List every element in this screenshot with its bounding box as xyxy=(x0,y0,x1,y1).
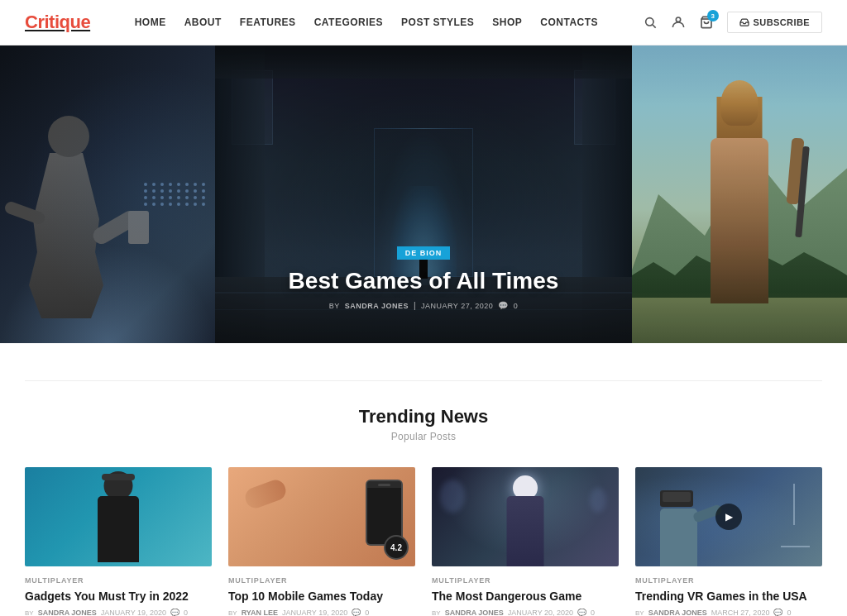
card-1-figure xyxy=(85,471,151,566)
background-bikes xyxy=(781,484,814,533)
nav-about[interactable]: ABOUT xyxy=(184,17,222,28)
trending-header: Trending News Popular Posts xyxy=(25,406,822,442)
energy-2 xyxy=(590,488,606,513)
subscribe-label: SUBSCRIBE xyxy=(754,17,810,27)
phone-notch xyxy=(378,484,390,486)
nav-shop[interactable]: SHOP xyxy=(492,17,522,28)
card-4-author: SANDRA JONES xyxy=(648,609,707,616)
trending-card-4[interactable]: ▶ MULTIPLAYER Trending VR Games in the U… xyxy=(635,467,822,616)
section-divider xyxy=(25,380,822,381)
card-1-image xyxy=(25,467,212,566)
card-1-title: Gadgets You Must Try in 2022 xyxy=(25,589,212,604)
card-3-date: JANUARY 20, 2020 xyxy=(508,609,573,616)
card-3-category: MULTIPLAYER xyxy=(432,576,619,585)
card-2-category: MULTIPLAYER xyxy=(228,576,415,585)
card-3-by: BY xyxy=(432,609,441,616)
nav-post-styles[interactable]: POST STYLES xyxy=(401,17,474,28)
hero-center[interactable]: DE BION Best Games of All Times BY SANDR… xyxy=(215,45,632,343)
card-1-comments: 0 xyxy=(184,609,188,616)
card-3-image xyxy=(432,467,619,566)
nav-home[interactable]: HOME xyxy=(135,17,166,28)
hero-side-right[interactable] xyxy=(632,45,847,343)
trending-card-2[interactable]: 4.2 MULTIPLAYER Top 10 Mobile Games Toda… xyxy=(228,467,415,616)
card-4-image: ▶ xyxy=(635,467,822,566)
card-4-comments: 0 xyxy=(787,609,791,616)
trending-card-1[interactable]: MULTIPLAYER Gadgets You Must Try in 2022… xyxy=(25,467,212,616)
svg-point-2 xyxy=(676,17,680,21)
card-3-meta: BY SANDRA JONES JANUARY 20, 2020 💬 0 xyxy=(432,609,619,616)
cards-grid: MULTIPLAYER Gadgets You Must Try in 2022… xyxy=(25,467,822,616)
logo-text: Critique xyxy=(25,12,90,32)
card-2-image: 4.2 xyxy=(228,467,415,566)
site-logo[interactable]: Critique xyxy=(25,12,90,33)
figure-body xyxy=(98,496,139,562)
main-nav: HOME ABOUT FEATURES CATEGORIES POST STYL… xyxy=(135,17,598,28)
card-4-meta: BY SANDRA JONES MARCH 27, 2020 💬 0 xyxy=(635,609,822,616)
share-icon xyxy=(739,17,749,27)
card-2-meta: BY RYAN LEE JANUARY 19, 2020 💬 0 xyxy=(228,609,415,616)
card-1-meta: BY SANDRA JONES JANUARY 19, 2020 💬 0 xyxy=(25,609,212,616)
header-actions: 3 SUBSCRIBE xyxy=(643,12,822,33)
card-3-bg xyxy=(432,467,619,566)
card-1-category: MULTIPLAYER xyxy=(25,576,212,585)
card-4-title: Trending VR Games in the USA xyxy=(635,589,822,604)
bike-handle xyxy=(781,546,810,547)
card-1-comment-icon: 💬 xyxy=(170,609,179,616)
card-2-title: Top 10 Mobile Games Today xyxy=(228,589,415,604)
finger xyxy=(242,477,289,511)
card-2-by: BY xyxy=(228,609,237,616)
cart-icon[interactable]: 3 xyxy=(699,15,714,30)
side-right-overlay xyxy=(632,45,847,343)
hero-content: DE BION Best Games of All Times BY SANDR… xyxy=(215,244,632,310)
energy-1 xyxy=(440,480,465,513)
char-dark-body xyxy=(507,496,544,566)
game-char xyxy=(500,475,550,566)
card-1-bg xyxy=(25,467,212,566)
cart-count: 3 xyxy=(707,10,719,21)
hero-by: BY xyxy=(329,302,340,310)
nav-contacts[interactable]: CONTACTS xyxy=(540,17,598,28)
nav-features[interactable]: FEATURES xyxy=(240,17,296,28)
card-1-date: JANUARY 19, 2020 xyxy=(101,609,166,616)
rating-value: 4.2 xyxy=(390,543,402,552)
card-2-author: RYAN LEE xyxy=(242,609,278,616)
svg-line-1 xyxy=(653,25,656,28)
trending-section: Trending News Popular Posts MULTIPLAYER … xyxy=(0,343,847,616)
vr-body xyxy=(660,509,697,566)
card-4-date: MARCH 27, 2020 xyxy=(711,609,770,616)
hero-side-left[interactable] xyxy=(0,45,215,343)
hero-comment-icon: 💬 xyxy=(498,301,509,310)
trending-title: Trending News xyxy=(25,406,822,427)
nav-categories[interactable]: CATEGORIES xyxy=(314,17,383,28)
card-2-date: JANUARY 19, 2020 xyxy=(282,609,347,616)
hero-section: DE BION Best Games of All Times BY SANDR… xyxy=(0,45,847,343)
user-icon[interactable] xyxy=(671,15,686,30)
subscribe-button[interactable]: SUBSCRIBE xyxy=(727,12,822,33)
card-3-comments: 0 xyxy=(591,609,595,616)
card-3-author: SANDRA JONES xyxy=(445,609,504,616)
card-2-comments: 0 xyxy=(365,609,369,616)
card-1-by: BY xyxy=(25,609,34,616)
card-4-category: MULTIPLAYER xyxy=(635,576,822,585)
card-4-play[interactable]: ▶ xyxy=(715,504,742,530)
vr-person xyxy=(660,490,697,566)
hero-title: Best Games of All Times xyxy=(232,268,615,294)
svg-point-0 xyxy=(645,18,653,26)
card-4-by: BY xyxy=(635,609,644,616)
search-icon[interactable] xyxy=(643,15,658,30)
trending-card-3[interactable]: MULTIPLAYER The Most Dangerous Game BY S… xyxy=(432,467,619,616)
bike-frame xyxy=(793,484,795,525)
trending-subtitle: Popular Posts xyxy=(25,431,822,442)
card-2-rating: 4.2 xyxy=(384,535,409,560)
hero-meta: BY SANDRA JONES | JANUARY 27, 2020 💬 0 xyxy=(232,301,615,310)
vr-headset xyxy=(660,490,693,507)
hero-category-tag: DE BION xyxy=(397,246,451,260)
light-overlay xyxy=(0,45,215,343)
vr-visor xyxy=(663,492,691,502)
card-3-title: The Most Dangerous Game xyxy=(432,589,619,604)
card-4-comment-icon: 💬 xyxy=(773,609,782,616)
phone-top xyxy=(367,481,401,488)
card-2-comment-icon: 💬 xyxy=(352,609,361,616)
site-header: Critique HOME ABOUT FEATURES CATEGORIES … xyxy=(0,0,847,45)
headphones xyxy=(102,474,135,480)
